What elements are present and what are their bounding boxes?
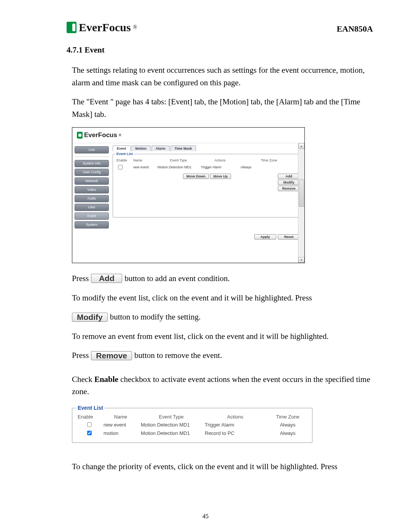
nav-video[interactable]: Video <box>75 186 109 193</box>
nav-network[interactable]: Network <box>75 177 109 185</box>
remove-intro-text: To remove an event from event list, clic… <box>72 330 373 343</box>
nav-user[interactable]: User <box>75 204 109 211</box>
col-actions: Actions <box>201 158 239 163</box>
tab-event[interactable]: Event <box>113 145 131 151</box>
logo-mark-icon <box>67 22 76 33</box>
priority-text: To change the priority of events, click … <box>72 460 373 473</box>
row-tz: Always <box>240 163 298 171</box>
press-text-2: Press <box>72 349 89 362</box>
lg-enable-checkbox[interactable] <box>87 422 92 427</box>
event-list-legend: Event List <box>115 152 134 156</box>
remove-button-inline[interactable]: Remove <box>91 351 132 360</box>
after-add-text: button to add an event condition. <box>124 272 229 285</box>
lg-col-actions: Actions <box>203 413 267 420</box>
tab-time-mask[interactable]: Time Mask <box>170 145 196 151</box>
after-modify-text: button to modify the setting. <box>110 311 201 323</box>
event-row[interactable]: new event Motion Detection MD1 Trigger A… <box>116 163 298 171</box>
event-list-large-legend: Event List <box>76 405 105 411</box>
row-actions: Trigger Alarm <box>201 163 239 171</box>
event-list-large: Event List Enable Name Event Type Action… <box>72 405 312 443</box>
add-button-inline[interactable]: Add <box>91 274 122 283</box>
remove-button[interactable]: Remove <box>278 186 300 191</box>
press-text: Press <box>72 272 89 285</box>
col-type: Event Type <box>157 158 200 163</box>
event-list-fieldset: Event List Enable Name Event Type Action… <box>113 152 301 217</box>
brand-logo: EverFocus® <box>67 21 137 34</box>
shot-brand-logo: EverFocus® <box>77 131 121 139</box>
page-number: 45 <box>0 513 411 520</box>
intro-paragraph-1: The settings relating to event occurrenc… <box>72 64 373 89</box>
nav-system[interactable]: System <box>75 221 109 228</box>
scroll-thumb[interactable] <box>299 179 304 207</box>
lg-col-type: Event Type <box>139 413 203 420</box>
col-tz: Time Zone <box>240 158 298 163</box>
lg-row[interactable]: motion Motion Detection MD1 Record to PC… <box>76 429 308 437</box>
row-type: Motion Detection MD1 <box>157 163 200 171</box>
intro-paragraph-2: The "Event " page has 4 tabs: [Event] ta… <box>72 96 373 120</box>
add-button[interactable]: Add <box>278 174 300 179</box>
sidebar-nav: Live System Info User Config Network Vid… <box>72 143 111 262</box>
scrollbar[interactable]: ▴ ▾ <box>298 143 304 263</box>
tab-bar: Event Motion Alarm Time Mask <box>113 145 301 151</box>
nav-system-info[interactable]: System Info <box>75 160 109 167</box>
nav-user-config[interactable]: User Config <box>75 169 109 176</box>
section-title: 4.7.1 Event <box>67 45 373 55</box>
row-name: new event <box>133 163 156 171</box>
reset-button[interactable]: Reset <box>278 234 300 240</box>
model-label: EAN850A <box>337 24 373 34</box>
apply-button[interactable]: Apply <box>254 234 276 240</box>
move-down-button[interactable]: Move Down <box>183 174 209 179</box>
lg-col-tz: Time Zone <box>267 413 308 420</box>
brand-name: EverFocus <box>79 21 131 34</box>
lg-enable-checkbox[interactable] <box>87 431 92 435</box>
row-enable-checkbox[interactable] <box>118 165 123 169</box>
scroll-up-icon[interactable]: ▴ <box>298 143 304 149</box>
nav-audio[interactable]: Audio <box>75 195 109 202</box>
modify-button[interactable]: Modify <box>278 180 300 185</box>
after-remove-text: button to remove the event. <box>134 349 222 362</box>
lg-col-name: Name <box>102 413 139 420</box>
shot-logo-mark-icon <box>77 132 83 139</box>
modify-intro-text: To modify the event list, click on the e… <box>72 292 373 304</box>
nav-live[interactable]: Live <box>75 146 109 153</box>
tab-alarm[interactable]: Alarm <box>151 145 170 151</box>
scroll-down-icon[interactable]: ▾ <box>298 257 304 263</box>
tab-motion[interactable]: Motion <box>131 145 151 151</box>
modify-button-inline[interactable]: Modify <box>72 313 108 322</box>
col-name: Name <box>133 158 156 163</box>
lg-col-enable: Enable <box>76 413 102 420</box>
lg-row[interactable]: new event Motion Detection MD1 Trigger A… <box>76 420 308 429</box>
event-page-screenshot: EverFocus® Live System Info User Config … <box>72 127 305 263</box>
col-enable: Enable <box>116 158 132 163</box>
move-up-button[interactable]: Move Up <box>210 174 231 179</box>
nav-event[interactable]: Event <box>75 212 109 220</box>
enable-paragraph: Check Enable checkbox to activate event … <box>72 373 373 398</box>
